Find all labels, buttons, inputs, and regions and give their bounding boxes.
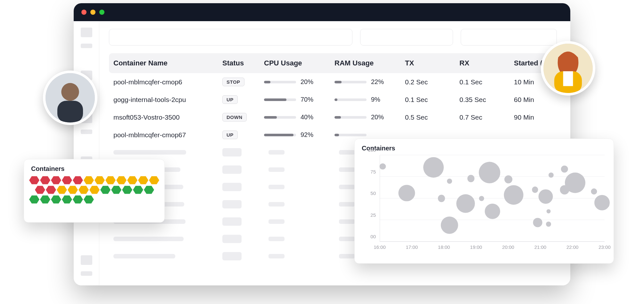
- container-hex-red[interactable]: [73, 176, 83, 185]
- container-hex-yellow[interactable]: [116, 176, 127, 185]
- x-axis-tick: 20:00: [502, 244, 514, 250]
- container-hex-green[interactable]: [111, 185, 121, 194]
- chart-bubble[interactable]: [546, 222, 551, 227]
- table-row[interactable]: pool-mblmcqfer-cmop6STOP20%22%0.2 Sec0.1…: [109, 73, 564, 91]
- container-hex-red[interactable]: [35, 185, 45, 194]
- col-header-rx[interactable]: RX: [455, 53, 509, 73]
- chart-bubble[interactable]: [533, 218, 542, 227]
- container-hex-red[interactable]: [51, 176, 61, 185]
- chart-bubble[interactable]: [594, 195, 610, 210]
- container-hex-green[interactable]: [40, 195, 50, 204]
- container-hex-yellow[interactable]: [78, 185, 89, 194]
- search-input[interactable]: [109, 29, 352, 46]
- chart-bubble[interactable]: [380, 163, 386, 169]
- container-hex-red[interactable]: [46, 185, 56, 194]
- x-axis-tick: 22:00: [566, 244, 579, 250]
- sidebar-item[interactable]: [81, 28, 92, 37]
- cell-status: UP: [218, 91, 260, 108]
- container-hex-yellow[interactable]: [84, 176, 94, 185]
- chart-bubble[interactable]: [479, 162, 500, 183]
- container-hex-yellow[interactable]: [68, 185, 78, 194]
- progress-value: 9%: [371, 96, 380, 103]
- container-hex-red[interactable]: [40, 176, 50, 185]
- cell-ram: 9%: [330, 91, 400, 108]
- cell-container-name: pool-mblmcqfer-cmop6: [109, 73, 218, 91]
- sidebar-item[interactable]: [81, 271, 92, 276]
- chart-bubble[interactable]: [504, 185, 524, 205]
- container-hex-yellow[interactable]: [149, 176, 159, 185]
- container-hex-green[interactable]: [73, 195, 83, 204]
- chart-bubble[interactable]: [565, 173, 585, 193]
- container-hex-green[interactable]: [29, 195, 39, 204]
- sidebar-item[interactable]: [81, 255, 92, 265]
- container-hex-red[interactable]: [62, 176, 72, 185]
- x-axis-tick: 18:00: [438, 244, 450, 250]
- chart-bubble[interactable]: [467, 175, 475, 182]
- chart-bubble[interactable]: [447, 179, 452, 184]
- cell-cpu: 92%: [260, 126, 330, 144]
- container-hex-green[interactable]: [84, 195, 94, 204]
- progress-value: 20%: [371, 114, 384, 121]
- container-hex-green[interactable]: [144, 185, 154, 194]
- container-hex-yellow[interactable]: [95, 176, 105, 185]
- filter-dropdown[interactable]: [461, 29, 557, 46]
- col-header-tx[interactable]: TX: [400, 53, 455, 73]
- chart-bubble[interactable]: [485, 204, 500, 219]
- chart-bubble[interactable]: [546, 209, 550, 213]
- container-hex-green[interactable]: [62, 195, 72, 204]
- chart-bubble[interactable]: [549, 173, 554, 178]
- window-titlebar: [74, 3, 570, 21]
- chart-bubble[interactable]: [605, 203, 609, 207]
- filter-dropdown[interactable]: [360, 29, 453, 46]
- cell-container-name: gogg-internal-tools-2cpu: [109, 91, 218, 108]
- filter-bar: [109, 29, 561, 46]
- container-hex-yellow[interactable]: [57, 185, 67, 194]
- window-close-icon[interactable]: [81, 10, 87, 15]
- chart-bubble[interactable]: [539, 190, 553, 204]
- chart-bubble[interactable]: [438, 195, 445, 202]
- container-hex-red[interactable]: [29, 176, 39, 185]
- table-row[interactable]: gogg-internal-tools-2cpuUP70%9%0.1 Sec0.…: [109, 91, 564, 108]
- table-row[interactable]: msoft053-Vostro-3500DOWN40%20%0.5 Sec0.7…: [109, 108, 564, 126]
- container-hex-green[interactable]: [122, 185, 132, 194]
- cell-cpu: 40%: [260, 108, 330, 126]
- col-header-name[interactable]: Container Name: [109, 53, 218, 73]
- col-header-cpu[interactable]: CPU Usage: [260, 53, 330, 73]
- container-hex-green[interactable]: [51, 195, 61, 204]
- cell-ram: 22%: [330, 73, 400, 91]
- progress-value: 92%: [301, 131, 313, 139]
- chart-bubble[interactable]: [532, 187, 538, 193]
- window-minimize-icon[interactable]: [90, 10, 95, 15]
- col-header-status[interactable]: Status: [218, 53, 260, 73]
- sidebar-item[interactable]: [81, 130, 92, 134]
- chart-bubble[interactable]: [456, 194, 475, 213]
- chart-bubble[interactable]: [504, 175, 513, 184]
- progress-value: 70%: [301, 96, 313, 103]
- container-hex-yellow[interactable]: [105, 176, 116, 185]
- y-axis-tick: 50: [370, 190, 376, 196]
- container-hex-yellow[interactable]: [89, 185, 100, 194]
- chart-bubble[interactable]: [399, 185, 415, 201]
- chart-bubble[interactable]: [479, 196, 484, 201]
- container-hex-green[interactable]: [100, 185, 111, 194]
- cell-status: DOWN: [218, 108, 260, 126]
- sidebar-item[interactable]: [81, 44, 92, 48]
- container-hex-green[interactable]: [133, 185, 143, 194]
- chart-bubble[interactable]: [423, 157, 444, 178]
- progress-bar: [264, 98, 296, 101]
- container-hex-yellow[interactable]: [127, 176, 137, 185]
- cell-tx: 0.5 Sec: [400, 108, 455, 126]
- cell-started: 90 Min: [509, 108, 564, 126]
- chart-bubble[interactable]: [561, 165, 568, 173]
- col-header-ram[interactable]: RAM Usage: [330, 53, 400, 73]
- window-maximize-icon[interactable]: [99, 10, 104, 15]
- table-header-row: Container Name Status CPU Usage RAM Usag…: [109, 53, 564, 73]
- chart-bubble[interactable]: [591, 188, 597, 194]
- cell-tx: 0.2 Sec: [400, 73, 455, 91]
- status-badge: UP: [222, 131, 238, 139]
- chart-bubble[interactable]: [441, 216, 458, 234]
- container-hex-yellow[interactable]: [138, 176, 148, 185]
- cell-rx: 0.1 Sec: [455, 73, 509, 91]
- x-axis-tick: 16:00: [374, 244, 386, 250]
- cell-started: 60 Min: [509, 91, 564, 108]
